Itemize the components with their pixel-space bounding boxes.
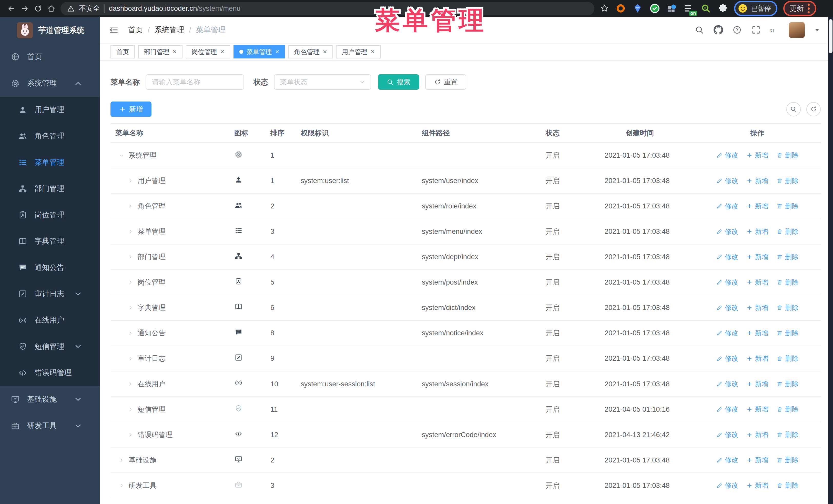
add-action-link[interactable]: 新增 xyxy=(746,151,768,160)
edit-action-link[interactable]: 修改 xyxy=(716,481,738,490)
add-action-link[interactable]: 新增 xyxy=(746,379,768,388)
delete-action-link[interactable]: 删除 xyxy=(776,176,799,185)
add-action-link[interactable]: 新增 xyxy=(746,481,768,490)
page-scrollbar[interactable] xyxy=(828,17,833,504)
sidebar-item[interactable]: 首页 xyxy=(0,44,100,70)
edit-action-link[interactable]: 修改 xyxy=(716,405,738,414)
tab-item[interactable]: 首页 xyxy=(111,45,135,58)
address-bar[interactable]: 不安全 dashboard.yudao.iocoder.cn/system/me… xyxy=(61,2,594,16)
sidebar-item[interactable]: 审计日志 xyxy=(0,281,100,307)
search-button[interactable]: 搜索 xyxy=(378,74,419,90)
edit-action-link[interactable]: 修改 xyxy=(716,430,738,439)
extension-cube-icon[interactable] xyxy=(666,3,677,14)
table-row[interactable]: 岗位管理5system/post/index开启2021-01-05 17:03… xyxy=(111,270,821,295)
table-row[interactable]: 在线用户10system:user-session:listsystem/ses… xyxy=(111,371,821,397)
tab-close-icon[interactable]: × xyxy=(323,48,327,55)
breadcrumb-home[interactable]: 首页 xyxy=(128,25,143,35)
tab-item[interactable]: 部门管理× xyxy=(138,45,183,58)
table-row[interactable]: 短信管理11开启2021-04-05 01:10:16修改新增删除 xyxy=(111,397,821,422)
delete-action-link[interactable]: 删除 xyxy=(776,456,799,464)
table-row[interactable]: 错误码管理12system/errorCode/index开启2021-04-1… xyxy=(111,422,821,448)
sidebar-item[interactable]: 系统管理 xyxy=(0,70,100,97)
tab-close-icon[interactable]: × xyxy=(275,48,279,55)
add-action-link[interactable]: 新增 xyxy=(746,329,768,338)
extension-list-icon[interactable]: on xyxy=(683,3,694,14)
reset-button[interactable]: 重置 xyxy=(425,74,466,90)
edit-action-link[interactable]: 修改 xyxy=(716,176,738,185)
table-row[interactable]: 部门管理4system/dept/index开启2021-01-05 17:03… xyxy=(111,245,821,270)
edit-action-link[interactable]: 修改 xyxy=(716,227,738,236)
add-action-link[interactable]: 新增 xyxy=(746,202,768,211)
edit-action-link[interactable]: 修改 xyxy=(716,303,738,312)
browser-update-button[interactable]: 更新 xyxy=(783,1,816,16)
table-row[interactable]: 研发工具3开启2021-01-05 17:03:48修改新增删除 xyxy=(111,473,821,498)
delete-action-link[interactable]: 删除 xyxy=(776,278,799,287)
sidebar-item[interactable]: 通知公告 xyxy=(0,255,100,281)
sidebar-item[interactable]: 角色管理 xyxy=(0,123,100,149)
bookmark-star-icon[interactable] xyxy=(599,3,610,14)
edit-action-link[interactable]: 修改 xyxy=(716,202,738,211)
app-logo-row[interactable]: 芋道管理系统 xyxy=(0,17,100,44)
tab-item[interactable]: 岗位管理× xyxy=(186,45,231,58)
add-action-link[interactable]: 新增 xyxy=(746,354,768,363)
table-row[interactable]: 用户管理1system:user:listsystem/user/index开启… xyxy=(111,168,821,194)
edit-action-link[interactable]: 修改 xyxy=(716,329,738,338)
browser-menu-dots-icon[interactable] xyxy=(808,4,810,14)
back-icon[interactable] xyxy=(5,2,18,15)
sidebar-item[interactable]: 基础设施 xyxy=(0,386,100,413)
tab-close-icon[interactable]: × xyxy=(371,48,375,55)
font-size-icon[interactable]: tT xyxy=(770,25,780,34)
add-action-link[interactable]: 新增 xyxy=(746,176,768,185)
delete-action-link[interactable]: 删除 xyxy=(776,253,799,262)
table-row[interactable]: 字典管理6system/dict/index开启2021-01-05 17:03… xyxy=(111,295,821,321)
search-icon[interactable] xyxy=(695,25,704,34)
extensions-puzzle-icon[interactable] xyxy=(717,3,729,14)
delete-action-link[interactable]: 删除 xyxy=(776,405,799,414)
sidebar-item[interactable]: 研发工具 xyxy=(0,412,100,439)
sidebar-item[interactable]: 部门管理 xyxy=(0,175,100,202)
tab-item[interactable]: 角色管理× xyxy=(288,45,333,58)
sidebar-item[interactable]: 错误码管理 xyxy=(0,360,100,386)
delete-action-link[interactable]: 删除 xyxy=(776,202,799,211)
sidebar-item[interactable]: 用户管理 xyxy=(0,97,100,123)
fullscreen-icon[interactable] xyxy=(751,25,761,34)
delete-action-link[interactable]: 删除 xyxy=(776,354,799,363)
add-action-link[interactable]: 新增 xyxy=(746,456,768,464)
edit-action-link[interactable]: 修改 xyxy=(716,151,738,160)
reload-icon[interactable] xyxy=(31,2,45,15)
user-avatar[interactable] xyxy=(789,22,805,38)
delete-action-link[interactable]: 删除 xyxy=(776,481,799,490)
tab-item[interactable]: 用户管理× xyxy=(336,45,381,58)
extension-magnifier-icon[interactable] xyxy=(700,3,712,14)
extension-check-icon[interactable] xyxy=(649,3,661,14)
edit-action-link[interactable]: 修改 xyxy=(716,253,738,262)
edit-action-link[interactable]: 修改 xyxy=(716,379,738,388)
add-action-link[interactable]: 新增 xyxy=(746,227,768,236)
edit-action-link[interactable]: 修改 xyxy=(716,354,738,363)
table-row[interactable]: 通知公告8system/notice/index开启2021-01-05 17:… xyxy=(111,321,821,346)
delete-action-link[interactable]: 删除 xyxy=(776,303,799,312)
forward-icon[interactable] xyxy=(18,2,31,15)
github-icon[interactable] xyxy=(714,25,723,34)
delete-action-link[interactable]: 删除 xyxy=(776,151,799,160)
browser-profile-chip[interactable]: 已暂停 xyxy=(734,1,777,17)
tab-close-icon[interactable]: × xyxy=(220,48,224,55)
add-action-link[interactable]: 新增 xyxy=(746,405,768,414)
sidebar-item[interactable]: 岗位管理 xyxy=(0,202,100,229)
edit-action-link[interactable]: 修改 xyxy=(716,278,738,287)
refresh-table-button[interactable] xyxy=(806,102,821,116)
edit-action-link[interactable]: 修改 xyxy=(716,456,738,464)
sidebar-item[interactable]: 字典管理 xyxy=(0,228,100,255)
add-button[interactable]: 新增 xyxy=(111,101,151,117)
help-icon[interactable] xyxy=(732,25,742,34)
table-row[interactable]: 基础设施2开启2021-01-05 17:03:48修改新增删除 xyxy=(111,448,821,473)
add-action-link[interactable]: 新增 xyxy=(746,303,768,312)
scrollbar-thumb[interactable] xyxy=(829,19,832,53)
sidebar-item[interactable]: 短信管理 xyxy=(0,334,100,360)
tab-close-icon[interactable]: × xyxy=(172,48,176,55)
add-action-link[interactable]: 新增 xyxy=(746,278,768,287)
table-row[interactable]: 角色管理2system/role/index开启2021-01-05 17:03… xyxy=(111,194,821,219)
toggle-search-button[interactable] xyxy=(786,102,801,116)
sidebar-item[interactable]: 菜单管理 xyxy=(0,149,100,175)
collapse-sidebar-icon[interactable] xyxy=(109,25,119,35)
